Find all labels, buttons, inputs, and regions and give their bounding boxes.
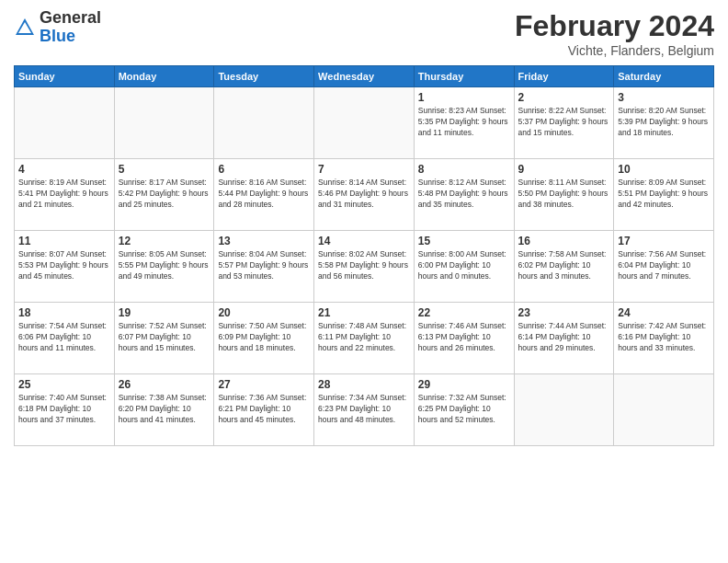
calendar-cell [214, 87, 314, 159]
day-info: Sunrise: 7:44 AM Sunset: 6:14 PM Dayligh… [518, 321, 610, 354]
calendar-cell [314, 87, 415, 159]
calendar-header-row: SundayMondayTuesdayWednesdayThursdayFrid… [15, 66, 714, 87]
logo: General Blue [14, 9, 101, 46]
logo-text: General Blue [40, 9, 101, 46]
day-number: 11 [18, 235, 110, 247]
calendar-cell: 25Sunrise: 7:40 AM Sunset: 6:18 PM Dayli… [15, 374, 115, 446]
calendar-cell: 11Sunrise: 8:07 AM Sunset: 5:53 PM Dayli… [15, 231, 115, 303]
day-number: 28 [318, 378, 410, 391]
day-number: 15 [418, 235, 510, 247]
calendar-cell: 5Sunrise: 8:17 AM Sunset: 5:42 PM Daylig… [114, 159, 214, 231]
calendar-header-wednesday: Wednesday [314, 66, 415, 87]
day-info: Sunrise: 7:54 AM Sunset: 6:06 PM Dayligh… [18, 321, 110, 354]
day-info: Sunrise: 8:02 AM Sunset: 5:58 PM Dayligh… [318, 249, 410, 282]
calendar-cell: 19Sunrise: 7:52 AM Sunset: 6:07 PM Dayli… [114, 303, 214, 374]
day-number: 16 [518, 235, 610, 247]
calendar-cell [514, 374, 614, 446]
day-number: 3 [618, 91, 710, 104]
day-info: Sunrise: 8:07 AM Sunset: 5:53 PM Dayligh… [18, 249, 110, 282]
day-number: 9 [518, 163, 610, 176]
day-info: Sunrise: 8:19 AM Sunset: 5:41 PM Dayligh… [18, 178, 110, 211]
calendar-week-3: 18Sunrise: 7:54 AM Sunset: 6:06 PM Dayli… [15, 303, 714, 374]
calendar-cell: 8Sunrise: 8:12 AM Sunset: 5:48 PM Daylig… [414, 159, 514, 231]
day-info: Sunrise: 7:42 AM Sunset: 6:16 PM Dayligh… [618, 321, 710, 354]
day-info: Sunrise: 8:17 AM Sunset: 5:42 PM Dayligh… [119, 178, 210, 211]
day-info: Sunrise: 8:00 AM Sunset: 6:00 PM Dayligh… [418, 249, 510, 282]
calendar-week-4: 25Sunrise: 7:40 AM Sunset: 6:18 PM Dayli… [15, 374, 714, 446]
calendar-cell: 6Sunrise: 8:16 AM Sunset: 5:44 PM Daylig… [214, 159, 314, 231]
calendar-week-2: 11Sunrise: 8:07 AM Sunset: 5:53 PM Dayli… [15, 231, 714, 303]
calendar-cell: 29Sunrise: 7:32 AM Sunset: 6:25 PM Dayli… [414, 374, 514, 446]
calendar: SundayMondayTuesdayWednesdayThursdayFrid… [14, 65, 714, 446]
calendar-cell [614, 374, 714, 446]
day-info: Sunrise: 8:14 AM Sunset: 5:46 PM Dayligh… [318, 178, 410, 211]
calendar-cell: 22Sunrise: 7:46 AM Sunset: 6:13 PM Dayli… [414, 303, 514, 374]
calendar-header-sunday: Sunday [15, 66, 115, 87]
day-info: Sunrise: 8:12 AM Sunset: 5:48 PM Dayligh… [418, 178, 510, 211]
page: General Blue February 2024 Vichte, Fland… [0, 0, 728, 563]
calendar-cell: 3Sunrise: 8:20 AM Sunset: 5:39 PM Daylig… [614, 87, 714, 159]
day-number: 20 [218, 306, 310, 319]
day-number: 13 [218, 235, 310, 247]
calendar-header-thursday: Thursday [414, 66, 514, 87]
day-info: Sunrise: 7:38 AM Sunset: 6:20 PM Dayligh… [119, 393, 210, 426]
day-info: Sunrise: 7:56 AM Sunset: 6:04 PM Dayligh… [618, 249, 710, 282]
calendar-header-friday: Friday [514, 66, 614, 87]
calendar-cell: 2Sunrise: 8:22 AM Sunset: 5:37 PM Daylig… [514, 87, 614, 159]
calendar-cell: 21Sunrise: 7:48 AM Sunset: 6:11 PM Dayli… [314, 303, 415, 374]
calendar-cell: 10Sunrise: 8:09 AM Sunset: 5:51 PM Dayli… [614, 159, 714, 231]
day-number: 6 [218, 163, 310, 176]
day-info: Sunrise: 8:05 AM Sunset: 5:55 PM Dayligh… [119, 249, 210, 282]
day-info: Sunrise: 7:48 AM Sunset: 6:11 PM Dayligh… [318, 321, 410, 354]
month-title: February 2024 [515, 9, 714, 43]
day-info: Sunrise: 7:50 AM Sunset: 6:09 PM Dayligh… [218, 321, 310, 354]
calendar-cell: 26Sunrise: 7:38 AM Sunset: 6:20 PM Dayli… [114, 374, 214, 446]
calendar-cell: 17Sunrise: 7:56 AM Sunset: 6:04 PM Dayli… [614, 231, 714, 303]
day-number: 22 [418, 306, 510, 319]
day-number: 18 [18, 306, 110, 319]
calendar-cell: 12Sunrise: 8:05 AM Sunset: 5:55 PM Dayli… [114, 231, 214, 303]
day-number: 4 [18, 163, 110, 176]
calendar-cell: 20Sunrise: 7:50 AM Sunset: 6:09 PM Dayli… [214, 303, 314, 374]
day-info: Sunrise: 8:20 AM Sunset: 5:39 PM Dayligh… [618, 106, 710, 139]
day-info: Sunrise: 7:52 AM Sunset: 6:07 PM Dayligh… [119, 321, 210, 354]
calendar-cell: 28Sunrise: 7:34 AM Sunset: 6:23 PM Dayli… [314, 374, 415, 446]
calendar-cell [15, 87, 115, 159]
day-info: Sunrise: 8:04 AM Sunset: 5:57 PM Dayligh… [218, 249, 310, 282]
day-number: 1 [418, 91, 510, 104]
calendar-header-tuesday: Tuesday [214, 66, 314, 87]
day-number: 27 [218, 378, 310, 391]
calendar-week-0: 1Sunrise: 8:23 AM Sunset: 5:35 PM Daylig… [15, 87, 714, 159]
calendar-cell: 14Sunrise: 8:02 AM Sunset: 5:58 PM Dayli… [314, 231, 415, 303]
day-info: Sunrise: 7:46 AM Sunset: 6:13 PM Dayligh… [418, 321, 510, 354]
calendar-cell [114, 87, 214, 159]
day-number: 7 [318, 163, 410, 176]
calendar-cell: 4Sunrise: 8:19 AM Sunset: 5:41 PM Daylig… [15, 159, 115, 231]
day-number: 2 [518, 91, 610, 104]
day-number: 26 [119, 378, 210, 391]
calendar-cell: 15Sunrise: 8:00 AM Sunset: 6:00 PM Dayli… [414, 231, 514, 303]
day-number: 14 [318, 235, 410, 247]
title-area: February 2024 Vichte, Flanders, Belgium [515, 9, 714, 58]
day-number: 24 [618, 306, 710, 319]
day-info: Sunrise: 7:40 AM Sunset: 6:18 PM Dayligh… [18, 393, 110, 426]
day-number: 19 [119, 306, 210, 319]
day-number: 21 [318, 306, 410, 319]
calendar-week-1: 4Sunrise: 8:19 AM Sunset: 5:41 PM Daylig… [15, 159, 714, 231]
calendar-cell: 23Sunrise: 7:44 AM Sunset: 6:14 PM Dayli… [514, 303, 614, 374]
day-info: Sunrise: 7:36 AM Sunset: 6:21 PM Dayligh… [218, 393, 310, 426]
logo-blue: Blue [40, 27, 75, 45]
day-info: Sunrise: 7:34 AM Sunset: 6:23 PM Dayligh… [318, 393, 410, 426]
location: Vichte, Flanders, Belgium [515, 43, 714, 58]
calendar-header-monday: Monday [114, 66, 214, 87]
calendar-cell: 18Sunrise: 7:54 AM Sunset: 6:06 PM Dayli… [15, 303, 115, 374]
calendar-cell: 27Sunrise: 7:36 AM Sunset: 6:21 PM Dayli… [214, 374, 314, 446]
calendar-cell: 9Sunrise: 8:11 AM Sunset: 5:50 PM Daylig… [514, 159, 614, 231]
day-number: 29 [418, 378, 510, 391]
calendar-cell: 7Sunrise: 8:14 AM Sunset: 5:46 PM Daylig… [314, 159, 415, 231]
day-info: Sunrise: 8:09 AM Sunset: 5:51 PM Dayligh… [618, 178, 710, 211]
logo-general: General [40, 8, 101, 27]
logo-icon [14, 17, 36, 39]
day-info: Sunrise: 8:22 AM Sunset: 5:37 PM Dayligh… [518, 106, 610, 139]
day-number: 8 [418, 163, 510, 176]
